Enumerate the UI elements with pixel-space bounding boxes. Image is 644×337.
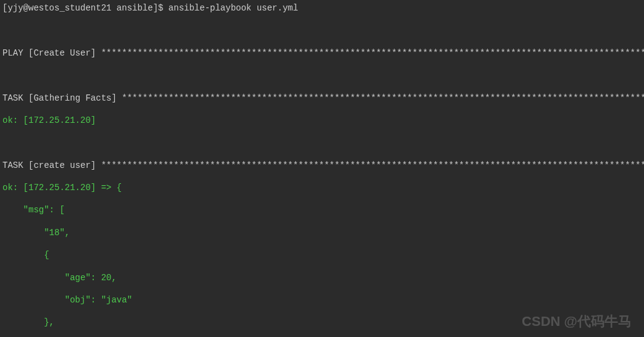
task-header-create-user: TASK [create user] *********************… <box>2 160 644 170</box>
terminal-output: [yjy@westos_student21 ansible]$ ansible-… <box>2 2 642 337</box>
msg-output: ok: [172.25.21.20] => { <box>2 182 642 193</box>
task-result-ok: ok: [172.25.21.20] <box>2 115 642 126</box>
play-header: PLAY [Create User] *********************… <box>2 48 644 58</box>
command-text: ansible-playbook user.yml <box>169 3 298 13</box>
task-header-gathering: TASK [Gathering Facts] *****************… <box>2 93 644 103</box>
shell-prompt: [yjy@westos_student21 ansible]$ <box>2 3 169 13</box>
